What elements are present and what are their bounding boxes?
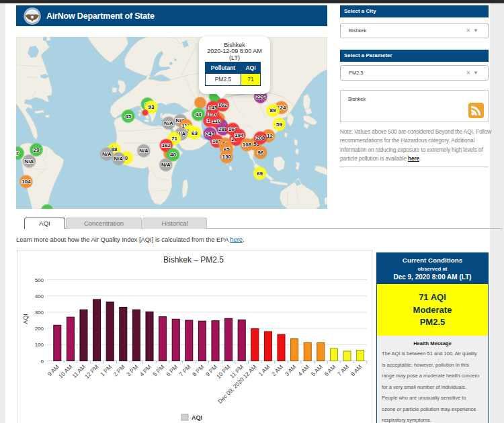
svg-text:200: 200 xyxy=(35,326,44,332)
svg-text:Bishkek – PM2.5: Bishkek – PM2.5 xyxy=(163,255,224,265)
svg-text:40: 40 xyxy=(170,152,176,158)
svg-text:N/A: N/A xyxy=(139,148,149,154)
svg-text:130: 130 xyxy=(222,154,232,160)
svg-text:5 AM: 5 AM xyxy=(310,363,324,377)
svg-text:194: 194 xyxy=(235,132,244,138)
svg-text:69: 69 xyxy=(257,171,263,177)
svg-text:63: 63 xyxy=(192,130,198,136)
svg-text:6 AM: 6 AM xyxy=(323,363,337,377)
svg-text:AQI: AQI xyxy=(192,414,202,421)
svg-text:1 AM: 1 AM xyxy=(257,363,271,377)
svg-text:8 PM: 8 PM xyxy=(191,363,205,377)
svg-text:104: 104 xyxy=(22,179,31,185)
svg-text:89: 89 xyxy=(270,107,276,113)
svg-text:0: 0 xyxy=(41,359,44,365)
svg-text:12 PM: 12 PM xyxy=(83,363,99,379)
svg-text:N/A: N/A xyxy=(161,162,171,168)
svg-text:44: 44 xyxy=(196,111,202,117)
svg-text:162: 162 xyxy=(218,102,228,108)
svg-text:2 PM: 2 PM xyxy=(112,363,126,377)
svg-text:11 AM: 11 AM xyxy=(71,363,87,379)
svg-text:226: 226 xyxy=(256,94,265,100)
svg-text:3 PM: 3 PM xyxy=(125,363,139,377)
svg-text:400: 400 xyxy=(35,293,44,299)
svg-text:45: 45 xyxy=(125,113,131,120)
svg-text:7 AM: 7 AM xyxy=(336,363,350,377)
svg-text:10 PM: 10 PM xyxy=(215,363,231,379)
svg-text:3 AM: 3 AM xyxy=(284,363,298,377)
svg-text:2 AM: 2 AM xyxy=(270,363,284,377)
svg-text:AQI: AQI xyxy=(22,314,29,324)
svg-text:59: 59 xyxy=(276,122,282,128)
svg-text:96: 96 xyxy=(257,150,263,156)
svg-text:N/A: N/A xyxy=(114,156,124,162)
svg-text:4 AM: 4 AM xyxy=(296,363,310,377)
svg-text:7 PM: 7 PM xyxy=(178,363,192,377)
svg-text:108: 108 xyxy=(243,142,252,148)
svg-text:500: 500 xyxy=(35,277,44,283)
svg-text:162: 162 xyxy=(162,142,171,148)
svg-text:1 PM: 1 PM xyxy=(99,363,113,377)
svg-text:71: 71 xyxy=(171,136,177,142)
svg-text:208: 208 xyxy=(256,135,265,141)
svg-text:7: 7 xyxy=(16,150,19,156)
svg-text:93: 93 xyxy=(149,104,155,110)
svg-text:N/A: N/A xyxy=(164,120,173,126)
svg-text:5 PM: 5 PM xyxy=(151,363,165,377)
svg-text:N/A: N/A xyxy=(102,151,112,157)
svg-text:8 AM: 8 AM xyxy=(349,363,364,377)
svg-text:10 AM: 10 AM xyxy=(57,363,73,379)
svg-text:29: 29 xyxy=(34,147,40,153)
svg-text:6 PM: 6 PM xyxy=(165,363,179,377)
svg-text:300: 300 xyxy=(35,310,44,316)
svg-text:N/A: N/A xyxy=(25,158,34,164)
svg-text:4 PM: 4 PM xyxy=(138,363,153,377)
svg-text:100: 100 xyxy=(35,342,44,348)
